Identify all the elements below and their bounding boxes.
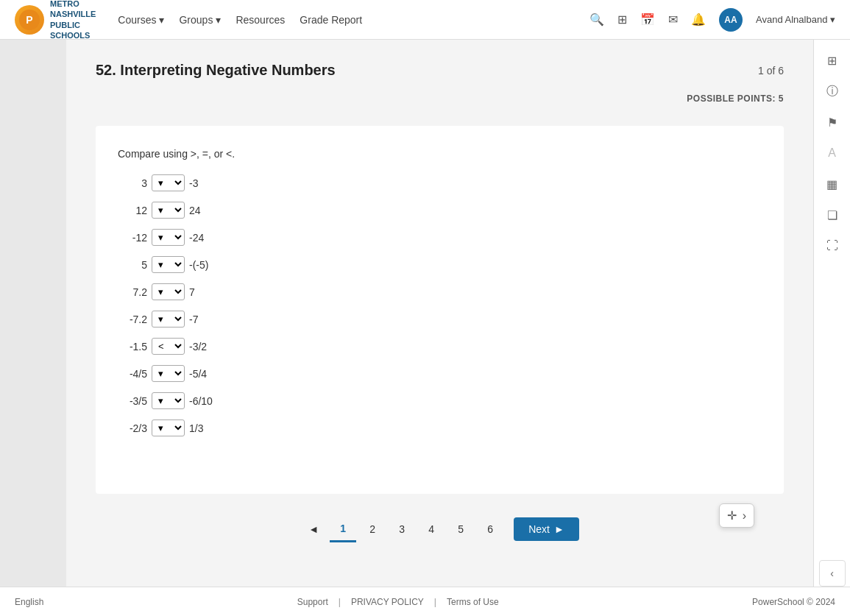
question-of: 1 of 6 [758, 65, 784, 77]
nav-courses[interactable]: Courses ▾ [118, 14, 164, 26]
right-value-5: -7 [189, 314, 219, 325]
logo: P METRO NASHVILLE PUBLIC SCHOOLS [15, 0, 96, 40]
left-value-3: 5 [118, 259, 147, 271]
compare-select-2[interactable]: ▾ > = < [152, 229, 185, 246]
page-button-2[interactable]: 2 [359, 516, 386, 542]
move-icon[interactable]: ✛ [727, 509, 737, 523]
question-header: 52. Interpreting Negative Numbers 1 of 6 [96, 62, 784, 79]
bell-icon[interactable]: 🔔 [691, 13, 706, 26]
next-button[interactable]: Next ► [514, 517, 579, 541]
comparison-row-3: 5 ▾ > = < -(-5) [118, 256, 762, 273]
left-value-0: 3 [118, 177, 147, 189]
comparison-row-0: 3 ▾ > = < -3 [118, 174, 762, 191]
right-value-0: -3 [189, 177, 219, 189]
left-value-8: -3/5 [118, 395, 147, 407]
right-value-3: -(-5) [189, 259, 219, 271]
comparison-row-2: -12 ▾ > = < -24 [118, 229, 762, 246]
possible-points: POSSIBLE POINTS: 5 [96, 93, 784, 104]
user-name[interactable]: Avand Alnalband ▾ [756, 14, 835, 25]
compare-select-9[interactable]: ▾ > = < [152, 419, 185, 436]
right-value-6: -3/2 [189, 341, 219, 353]
footer: English Support | PRIVACY POLICY | Terms… [0, 587, 850, 616]
compare-select-4[interactable]: ▾ > = < [152, 283, 185, 300]
page-button-4[interactable]: 4 [418, 516, 445, 542]
collapse-sidebar-button[interactable]: ‹ [819, 560, 846, 587]
pagination-bar: ◄ 1 2 3 4 5 6 Next ► [96, 516, 784, 542]
left-value-5: -7.2 [118, 314, 147, 325]
left-value-7: -4/5 [118, 368, 147, 380]
toolbar-next-icon[interactable]: › [743, 509, 746, 523]
page-button-6[interactable]: 6 [477, 516, 503, 542]
question-body: Compare using >, =, or <. 3 ▾ > = < -3 1… [96, 126, 784, 494]
footer-terms-link[interactable]: Terms of Use [447, 597, 499, 607]
main-nav: Courses ▾ Groups ▾ Resources Grade Repor… [118, 14, 589, 26]
compare-select-1[interactable]: ▾ > = < [152, 202, 185, 219]
compare-select-8[interactable]: ▾ > = < [152, 392, 185, 409]
right-value-4: 7 [189, 286, 219, 298]
right-value-7: -5/4 [189, 368, 219, 380]
right-value-1: 24 [189, 205, 219, 216]
search-icon[interactable]: 🔍 [589, 13, 604, 26]
notes-sidebar-icon[interactable]: ❏ [819, 202, 846, 228]
instruction: Compare using >, =, or <. [118, 148, 762, 160]
compare-select-7[interactable]: ▾ > = < [152, 365, 185, 382]
flag-sidebar-icon[interactable]: ⚑ [819, 109, 846, 135]
avatar[interactable]: AA [719, 8, 743, 32]
comparison-row-1: 12 ▾ > = < 24 [118, 202, 762, 219]
sidebar-right: ⊞ ⓘ ⚑ A ▦ ❏ ⛶ ‹ [813, 40, 850, 587]
comparison-row-6: -1.5 ▾ > = < -3/2 [118, 338, 762, 355]
grid-sidebar-icon[interactable]: ⊞ [819, 47, 846, 74]
question-title: 52. Interpreting Negative Numbers [96, 62, 336, 79]
main-wrapper: 52. Interpreting Negative Numbers 1 of 6… [0, 40, 850, 587]
right-value-8: -6/10 [189, 395, 219, 407]
comparison-row-9: -2/3 ▾ > = < 1/3 [118, 419, 762, 436]
page-button-3[interactable]: 3 [389, 516, 415, 542]
right-value-2: -24 [189, 232, 219, 244]
page-button-5[interactable]: 5 [447, 516, 474, 542]
footer-privacy-link[interactable]: PRIVACY POLICY [351, 597, 424, 607]
info-sidebar-icon[interactable]: ⓘ [819, 78, 846, 105]
mail-icon[interactable]: ✉ [668, 13, 678, 26]
compare-select-3[interactable]: ▾ > = < [152, 256, 185, 273]
compare-select-5[interactable]: ▾ > = < [152, 311, 185, 328]
comparison-row-4: 7.2 ▾ > = < 7 [118, 283, 762, 300]
comparison-row-7: -4/5 ▾ > = < -5/4 [118, 365, 762, 382]
footer-brand: PowerSchool © 2024 [752, 597, 835, 607]
compare-select-6[interactable]: ▾ > = < [152, 338, 185, 355]
logo-icon: P [15, 5, 44, 35]
apps-icon[interactable]: ⊞ [617, 13, 627, 26]
calendar-icon[interactable]: 📅 [640, 13, 655, 26]
floating-toolbar: ✛ › [719, 503, 754, 528]
calculator-sidebar-icon[interactable]: ▦ [819, 171, 846, 197]
header-icons: 🔍 ⊞ 📅 ✉ 🔔 AA Avand Alnalband ▾ [589, 8, 835, 32]
page-button-1[interactable]: 1 [330, 516, 356, 542]
comparison-row-5: -7.2 ▾ > = < -7 [118, 311, 762, 328]
right-value-9: 1/3 [189, 422, 219, 434]
sidebar-left [0, 40, 66, 587]
left-value-9: -2/3 [118, 422, 147, 434]
text-sidebar-icon: A [819, 140, 846, 166]
left-value-1: 12 [118, 205, 147, 216]
nav-resources[interactable]: Resources [235, 14, 285, 26]
left-value-2: -12 [118, 232, 147, 244]
nav-groups[interactable]: Groups ▾ [179, 14, 221, 26]
comparison-row-8: -3/5 ▾ > = < -6/10 [118, 392, 762, 409]
nav-grade-report[interactable]: Grade Report [300, 14, 362, 26]
expand-sidebar-icon[interactable]: ⛶ [819, 233, 846, 259]
header: P METRO NASHVILLE PUBLIC SCHOOLS Courses… [0, 0, 850, 40]
svg-text:P: P [26, 14, 32, 26]
left-value-4: 7.2 [118, 286, 147, 298]
compare-select-0[interactable]: ▾ > = < [152, 174, 185, 191]
prev-page-button[interactable]: ◄ [300, 516, 327, 542]
logo-text: METRO NASHVILLE PUBLIC SCHOOLS [50, 0, 96, 40]
footer-language: English [15, 597, 43, 607]
next-arrow-icon: ► [554, 523, 564, 535]
content-area: 52. Interpreting Negative Numbers 1 of 6… [66, 40, 813, 587]
footer-links: Support | PRIVACY POLICY | Terms of Use [297, 597, 499, 607]
footer-support-link[interactable]: Support [297, 597, 328, 607]
left-value-6: -1.5 [118, 341, 147, 353]
